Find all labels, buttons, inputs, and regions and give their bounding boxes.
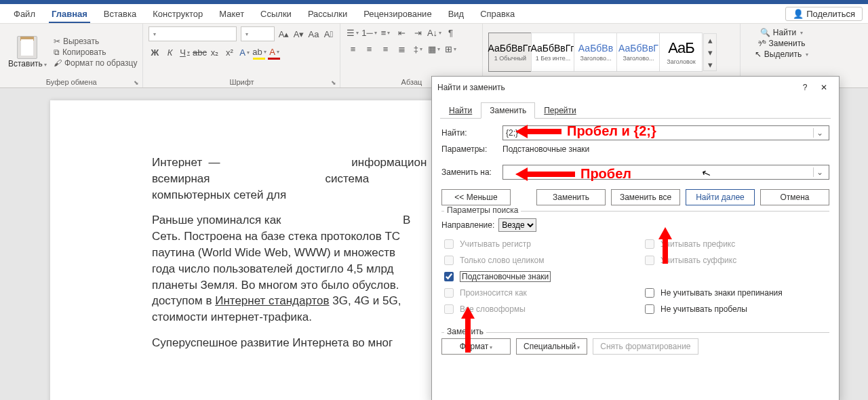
paste-label: Вставить [8, 59, 47, 68]
format-painter-button[interactable]: 🖌Формат по образцу [54, 58, 138, 68]
cut-label: Вырезать [63, 37, 99, 46]
justify-icon[interactable]: ≣ [395, 43, 408, 55]
chk-ignore-spaces[interactable]: Не учитывать пробелы [642, 302, 829, 316]
tab-home[interactable]: Главная [43, 4, 96, 23]
less-button[interactable]: << Меньше [441, 189, 511, 205]
direction-label: Направление: [441, 220, 494, 230]
cut-button[interactable]: ✂Вырезать [54, 37, 138, 46]
style-heading1[interactable]: АаБбВв Заголово... [574, 33, 617, 72]
share-button[interactable]: 👤 Поделиться [785, 7, 863, 21]
styles-scroll-up-icon[interactable]: ▴ [704, 34, 716, 46]
font-color-icon[interactable]: A [268, 45, 280, 60]
style-label: 1 Без инте... [536, 55, 570, 62]
copy-button[interactable]: ⧉Копировать [54, 47, 138, 57]
tab-insert[interactable]: Вставка [96, 4, 144, 23]
chevron-down-icon[interactable]: ⌄ [813, 167, 826, 177]
dialog-title-bar[interactable]: Найти и заменить ? ✕ [432, 77, 839, 98]
align-left-icon[interactable]: ≡ [346, 43, 359, 55]
align-center-icon[interactable]: ≡ [362, 43, 376, 55]
chk-wildcards[interactable]: Подстановочные знаки [441, 270, 629, 283]
chevron-down-icon[interactable]: ⌄ [813, 128, 826, 138]
tab-design[interactable]: Конструктор [144, 4, 211, 23]
dialog-tab-replace[interactable]: Заменить [481, 102, 535, 119]
chk-ignore-punct[interactable]: Не учитывать знаки препинания [642, 286, 829, 300]
italic-button[interactable]: К [163, 47, 176, 59]
link-internet-standards[interactable]: Интернет стандартов [215, 294, 329, 307]
font-size-combo[interactable] [241, 26, 275, 41]
tab-review[interactable]: Рецензирование [355, 4, 439, 23]
chk-sounds-like: Произносится как [441, 286, 629, 300]
replace-button[interactable]: ᵃ⁄ᵇЗаменить [758, 39, 806, 48]
arrow-up-icon [658, 227, 672, 239]
text-effects-icon[interactable]: A [238, 47, 250, 59]
style-nospacing[interactable]: АаБбВвГг, 1 Без инте... [531, 33, 574, 72]
share-icon: 👤 [793, 9, 804, 19]
replace-one-button[interactable]: Заменить [536, 189, 606, 205]
find-label: Найти [773, 28, 796, 37]
style-heading2[interactable]: АаБбВвГ Заголово... [616, 33, 660, 72]
style-sample: АаБбВв [578, 43, 613, 54]
cancel-button[interactable]: Отмена [760, 189, 829, 205]
styles-scroll-down-icon[interactable]: ▾ [704, 46, 716, 58]
replace-icon: ᵃ⁄ᵇ [758, 39, 766, 48]
grow-font-icon[interactable]: A▴ [277, 28, 290, 40]
multilevel-icon[interactable]: ≡ [378, 26, 392, 39]
find-button[interactable]: 🔍Найти [760, 28, 803, 37]
dialog-tabs: Найти Заменить Перейти [432, 102, 839, 119]
sort-icon[interactable]: A↓ [427, 26, 441, 39]
style-label: Заголово... [580, 55, 612, 62]
dialog-tab-goto[interactable]: Перейти [535, 102, 585, 119]
style-title[interactable]: АаБ Заголовок [659, 33, 703, 72]
change-case-icon[interactable]: Aa [307, 28, 319, 40]
paste-button[interactable]: Вставить [5, 36, 50, 68]
font-name-combo[interactable] [149, 26, 237, 41]
arrow-shaft [465, 319, 471, 353]
strike-button[interactable]: abc [193, 47, 205, 59]
highlight-icon[interactable]: ab [253, 45, 265, 60]
indent-icon[interactable]: ⇥ [411, 26, 425, 39]
tab-view[interactable]: Вид [440, 4, 473, 23]
tab-references[interactable]: Ссылки [252, 4, 300, 23]
superscript-button[interactable]: x² [223, 47, 235, 59]
tab-help[interactable]: Справка [472, 4, 523, 23]
outdent-icon[interactable]: ⇤ [395, 26, 408, 39]
style-label: Заголовок [667, 58, 695, 65]
special-button[interactable]: Специальный [516, 338, 587, 355]
close-button[interactable]: ✕ [814, 81, 833, 94]
noformat-button: Снять форматирование [593, 338, 698, 355]
replace-input[interactable]: ⌄ [502, 165, 829, 180]
underline-button[interactable]: Ч [178, 47, 191, 59]
align-right-icon[interactable]: ≡ [378, 43, 392, 55]
brush-icon: 🖌 [54, 58, 62, 68]
tab-strip: Файл Главная Вставка Конструктор Макет С… [0, 4, 868, 24]
tab-mailings[interactable]: Рассылки [300, 4, 355, 23]
style-normal[interactable]: АаБбВвГг, 1 Обычный [488, 33, 532, 72]
pilcrow-icon[interactable]: ¶ [443, 26, 457, 39]
tab-file[interactable]: Файл [5, 4, 43, 23]
font-launcher-icon[interactable]: ⬊ [330, 79, 337, 86]
subscript-button[interactable]: x₂ [208, 47, 220, 59]
styles-more-icon[interactable]: ▾ [704, 58, 716, 71]
find-input[interactable]: {2;} ⌄ [502, 125, 829, 140]
line-spacing-icon[interactable]: ‡ [411, 43, 425, 55]
clipboard-launcher-icon[interactable]: ⬊ [133, 79, 140, 86]
bold-button[interactable]: Ж [149, 47, 161, 59]
tab-layout[interactable]: Макет [211, 4, 252, 23]
search-icon: 🔍 [760, 28, 770, 37]
bullets-icon[interactable]: ☰ [346, 26, 359, 39]
find-next-button[interactable]: Найти далее [686, 189, 755, 205]
borders-icon[interactable]: ⊞ [443, 43, 457, 55]
dialog-title: Найти и заменить [437, 83, 505, 92]
format-button[interactable]: Формат [441, 338, 511, 355]
shading-icon[interactable]: ▦ [427, 43, 441, 55]
shrink-font-icon[interactable]: A▾ [292, 28, 304, 40]
dialog-tab-find[interactable]: Найти [440, 102, 481, 119]
replace-all-button[interactable]: Заменить все [611, 189, 680, 205]
share-label: Поделиться [806, 9, 855, 19]
find-input-text: {2;} [506, 128, 518, 138]
clear-format-icon[interactable]: A⃠ [322, 28, 334, 40]
direction-select[interactable]: Везде [498, 218, 536, 232]
help-button[interactable]: ? [795, 81, 814, 94]
select-button[interactable]: ↖Выделить [755, 49, 808, 59]
numbering-icon[interactable]: 1─ [362, 26, 376, 39]
